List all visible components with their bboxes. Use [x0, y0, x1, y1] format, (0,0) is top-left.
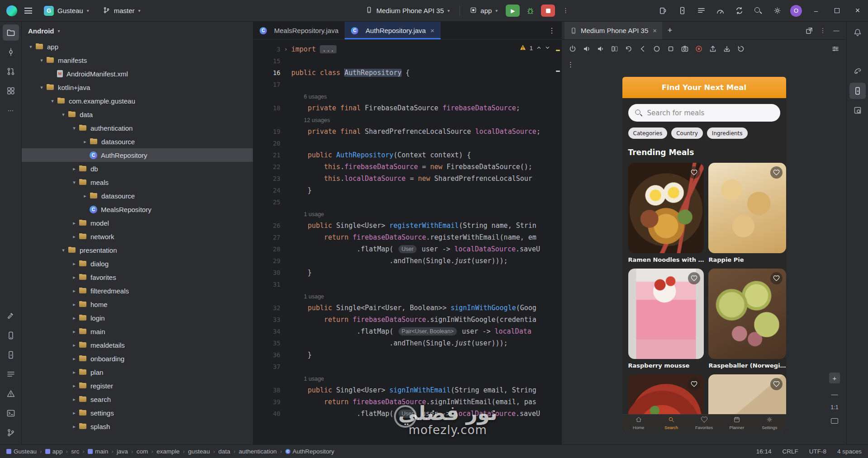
inspection-widget[interactable]: 1 — [517, 43, 553, 53]
tree-item-login[interactable]: ▸login — [22, 311, 253, 325]
fold-icon[interactable]: › — [280, 43, 291, 55]
breadcrumb-data[interactable]: data — [218, 448, 230, 455]
breadcrumb-java[interactable]: java — [117, 448, 128, 455]
close-icon[interactable]: × — [653, 27, 657, 34]
gutter[interactable]: 20 — [253, 137, 291, 149]
chevron-right-icon[interactable]: ▸ — [70, 315, 79, 321]
chevron-right-icon[interactable]: ▸ — [70, 356, 79, 362]
problems-tool-icon[interactable] — [3, 386, 19, 402]
tree-item-authrepository[interactable]: CAuthRepository — [22, 148, 253, 162]
project-tree[interactable]: ▾app▾manifestsMAndroidManifest.xml▾kotli… — [22, 40, 253, 444]
close-icon[interactable]: × — [430, 27, 434, 34]
minimize-button[interactable]: – — [806, 0, 826, 22]
gutter[interactable]: 15 — [253, 55, 291, 67]
project-selector[interactable]: G Gusteau ▾ — [39, 4, 94, 18]
meal-card-raspberry-mousse[interactable]: Raspberry mousse — [628, 269, 704, 369]
search-icon[interactable] — [749, 1, 768, 20]
user-avatar[interactable]: O — [787, 1, 806, 20]
overview-icon[interactable] — [664, 43, 677, 55]
zoom-in-button[interactable]: + — [829, 373, 840, 383]
tree-item-mealsrepository[interactable]: CMealsRepository — [22, 203, 253, 216]
meal-card-rappie-pie[interactable]: Rappie Pie — [708, 163, 786, 263]
gutter[interactable]: 33 — [253, 314, 291, 326]
meal-card-ramen-noodles-with[interactable]: Ramen Noodles with … — [628, 163, 704, 263]
device-streaming-icon[interactable] — [654, 1, 673, 20]
tree-item-kotlin-java[interactable]: ▾kotlin+java — [22, 80, 253, 94]
line-ending[interactable]: CRLF — [782, 448, 798, 455]
chevron-right-icon[interactable]: ▸ — [70, 397, 79, 402]
gutter[interactable]: 37 — [253, 361, 291, 373]
running-devices-tool-icon[interactable] — [849, 83, 866, 99]
chevron-down-icon[interactable]: ▾ — [59, 247, 68, 253]
gutter[interactable] — [253, 90, 291, 102]
breadcrumb-gusteau[interactable]: gusteau — [188, 448, 210, 455]
chevron-right-icon[interactable]: ▸ — [70, 424, 79, 430]
debug-button[interactable] — [523, 5, 537, 17]
emulator-screen[interactable]: Find Your Next Meal Search for meals Cat… — [622, 77, 786, 431]
gutter[interactable]: 22 — [253, 161, 291, 173]
version-control-tool-icon[interactable] — [3, 425, 19, 441]
chevron-right-icon[interactable]: ▸ — [70, 329, 79, 335]
breadcrumb-com[interactable]: com — [137, 448, 148, 455]
favorite-button[interactable] — [770, 378, 783, 390]
gutter[interactable]: 26 — [253, 220, 291, 231]
tree-item-presentation[interactable]: ▾presentation — [22, 243, 253, 257]
filter-chip-ingredients[interactable]: Ingredients — [707, 127, 748, 139]
breadcrumb-gusteau[interactable]: Gusteau — [6, 448, 37, 455]
gutter[interactable]: 27 — [253, 231, 291, 243]
tree-item-manifests[interactable]: ▾manifests — [22, 53, 253, 67]
favorite-button[interactable] — [688, 166, 700, 179]
snapshot-restore-icon[interactable] — [735, 43, 747, 55]
hide-panel-icon[interactable]: — — [830, 25, 843, 37]
tree-item-db[interactable]: ▸db — [22, 162, 253, 175]
main-menu-icon[interactable] — [24, 8, 32, 14]
tree-item-home[interactable]: ▸home — [22, 297, 253, 311]
favorite-button[interactable] — [770, 166, 783, 179]
chevron-right-icon[interactable]: ▸ — [70, 410, 79, 416]
run-configuration-selector[interactable]: app ▾ — [465, 5, 502, 17]
more-tool-windows-icon[interactable]: ⋯ — [3, 102, 19, 118]
emulator-more-icon[interactable]: ⋮ — [567, 61, 574, 69]
panel-options-icon[interactable]: ⋮ — [816, 25, 829, 37]
gutter[interactable]: 24 — [253, 184, 291, 196]
favorite-button[interactable] — [688, 378, 700, 390]
chevron-down-icon[interactable]: ▾ — [37, 85, 46, 90]
maximize-button[interactable] — [826, 0, 847, 22]
gutter[interactable] — [253, 290, 291, 302]
pull-requests-tool-icon[interactable] — [3, 63, 19, 80]
layout-inspector-tool-icon[interactable] — [849, 102, 866, 118]
chevron-down-icon[interactable]: ▾ — [37, 57, 46, 63]
gradle-tool-icon[interactable] — [849, 63, 866, 80]
scrollbar-caret-mark[interactable] — [556, 71, 560, 72]
chevron-right-icon[interactable]: ▸ — [70, 302, 79, 307]
running-devices-tool-icon[interactable] — [3, 347, 19, 363]
tree-item-search[interactable]: ▸search — [22, 392, 253, 406]
chevron-right-icon[interactable]: ▸ — [70, 342, 79, 348]
sync-icon[interactable] — [730, 1, 749, 20]
profiler-icon[interactable] — [711, 1, 730, 20]
favorite-button[interactable] — [770, 272, 783, 284]
chevron-down-icon[interactable]: ▾ — [48, 98, 57, 104]
chevron-right-icon[interactable]: ▸ — [81, 193, 90, 199]
chevron-right-icon[interactable]: ▸ — [70, 383, 79, 389]
gutter[interactable]: 23 — [253, 173, 291, 184]
zoom-ratio-label[interactable]: 1:1 — [830, 404, 838, 411]
meal-card[interactable] — [628, 374, 704, 414]
back-icon[interactable] — [636, 43, 649, 55]
chevron-right-icon[interactable]: ▸ — [81, 139, 90, 145]
settings-icon[interactable] — [768, 1, 787, 20]
gutter[interactable] — [253, 208, 291, 220]
gutter[interactable]: 29 — [253, 255, 291, 267]
breadcrumb-authentication[interactable]: authentication — [239, 448, 277, 455]
gutter[interactable]: 30 — [253, 267, 291, 279]
meal-search-input[interactable]: Search for meals — [628, 104, 780, 122]
gutter[interactable]: 32 — [253, 302, 291, 314]
gutter[interactable] — [253, 373, 291, 384]
indent-setting[interactable]: 4 spaces — [837, 448, 862, 455]
screen-record-icon[interactable] — [693, 43, 705, 55]
gutter[interactable]: 18 — [253, 102, 291, 114]
fold-device-icon[interactable] — [608, 43, 621, 55]
gutter[interactable]: 25 — [253, 196, 291, 208]
breadcrumb-src[interactable]: src — [71, 448, 79, 455]
device-selector[interactable]: Medium Phone API 35 ▾ — [361, 4, 454, 17]
